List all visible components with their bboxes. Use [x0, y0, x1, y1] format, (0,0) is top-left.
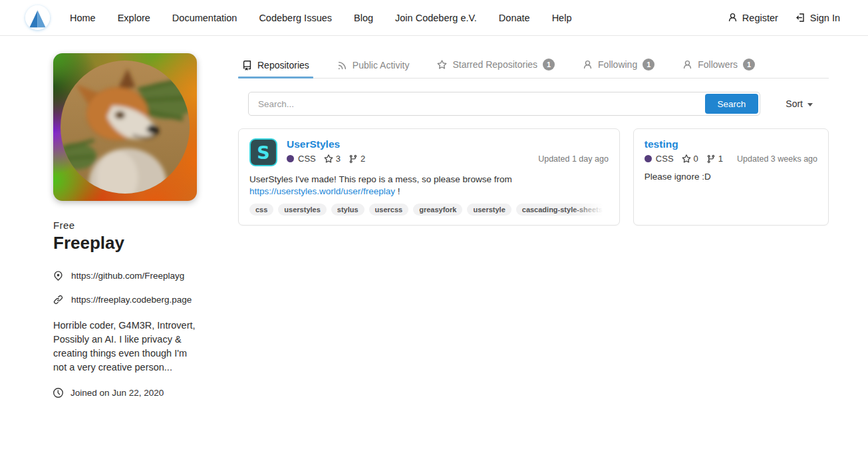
- repo-topics: css userstyles stylus usercss greasyfork…: [249, 204, 609, 216]
- repo-meta: CSS 0 1 Updated 3 weeks ago: [645, 154, 817, 164]
- starred-count-badge: 1: [543, 59, 555, 71]
- repo-meta: CSS 3 2 Updated 1 day ago: [287, 154, 609, 164]
- sign-in-label: Sign In: [810, 13, 840, 23]
- person-icon: [682, 60, 692, 70]
- repo-stars: 0: [694, 154, 698, 164]
- repo-card-testing: testing CSS 0 1 Updated 3 weeks ago Plea…: [633, 128, 829, 226]
- repo-card-userstyles: S UserStyles CSS 3 2 Updated 1 day ago: [238, 128, 620, 226]
- repo-link-testing[interactable]: testing: [645, 138, 678, 150]
- topic-tag[interactable]: userstyle: [467, 204, 511, 216]
- fork-icon: [706, 154, 716, 164]
- repo-description-text: UserStyles I've made! This repo is a mes…: [249, 174, 512, 184]
- rss-icon: [337, 61, 347, 71]
- repo-forks: 2: [361, 154, 365, 164]
- tab-followers-label: Followers: [698, 59, 738, 70]
- topic-tag[interactable]: usercss: [369, 204, 409, 216]
- register-label: Register: [742, 13, 778, 23]
- person-icon: [728, 13, 738, 23]
- fork-icon: [349, 154, 358, 164]
- profile-location-text: https://github.com/Freeplayg: [71, 271, 184, 281]
- repo-updated: Updated 1 day ago: [538, 154, 609, 164]
- topic-tag[interactable]: greasyfork: [413, 204, 462, 216]
- repo-language: CSS: [656, 154, 674, 164]
- sort-label: Sort: [786, 98, 803, 109]
- profile-display-name: Free: [53, 220, 198, 231]
- nav-help[interactable]: Help: [552, 13, 572, 23]
- repo-forks: 1: [718, 154, 723, 164]
- repo-description-link[interactable]: https://userstyles.world/user/freeplay: [249, 186, 395, 196]
- profile-joined: Joined on Jun 22, 2020: [53, 388, 198, 398]
- tab-repositories-label: Repositories: [257, 60, 309, 71]
- nav-explore[interactable]: Explore: [118, 13, 150, 23]
- followers-count-badge: 1: [743, 59, 755, 71]
- codeberg-logo-icon[interactable]: [25, 5, 50, 30]
- sign-in-link[interactable]: Sign In: [796, 13, 840, 23]
- profile-sidebar: Free Freeplay https://github.com/Freepla…: [53, 53, 198, 398]
- tab-following[interactable]: Following 1: [579, 53, 658, 78]
- repo-link-userstyles[interactable]: UserStyles: [287, 138, 340, 150]
- tab-starred-label: Starred Repositories: [452, 59, 537, 70]
- joined-text: Joined on Jun 22, 2020: [71, 388, 164, 398]
- location-icon: [53, 271, 63, 281]
- repo-description: UserStyles I've made! This repo is a mes…: [249, 174, 609, 198]
- nav-join-codeberg[interactable]: Join Codeberg e.V.: [395, 13, 477, 23]
- sort-dropdown[interactable]: Sort: [786, 98, 813, 109]
- profile-location-link[interactable]: https://github.com/Freeplayg: [53, 271, 198, 281]
- tab-followers[interactable]: Followers 1: [678, 53, 759, 78]
- tab-public-activity-label: Public Activity: [353, 60, 410, 71]
- tab-following-label: Following: [598, 59, 637, 70]
- repo-updated: Updated 3 weeks ago: [737, 154, 817, 164]
- tab-repositories[interactable]: Repositories: [238, 55, 313, 78]
- star-icon: [437, 60, 447, 70]
- following-count-badge: 1: [643, 59, 654, 71]
- search-button[interactable]: Search: [705, 94, 759, 114]
- star-icon: [682, 154, 691, 164]
- language-dot-icon: [287, 155, 294, 162]
- repo-avatar-stylus[interactable]: S: [249, 138, 277, 166]
- nav-home[interactable]: Home: [70, 13, 96, 23]
- nav-documentation[interactable]: Documentation: [172, 13, 237, 23]
- profile-bio: Horrible coder, G4M3R, Introvert, Possib…: [53, 319, 198, 375]
- profile-tabs: Repositories Public Activity Starred Rep…: [238, 53, 829, 78]
- profile-website-link[interactable]: https://freeplay.codeberg.page: [53, 295, 198, 305]
- repo-icon: [242, 61, 252, 71]
- profile-username: Freeplay: [53, 233, 198, 253]
- main-nav: Home Explore Documentation Codeberg Issu…: [70, 13, 571, 23]
- topic-tag[interactable]: userstyles: [278, 204, 326, 216]
- repo-stars: 3: [336, 154, 341, 164]
- profile-main: Repositories Public Activity Starred Rep…: [238, 53, 829, 398]
- star-icon: [324, 154, 333, 164]
- repo-language: CSS: [298, 154, 316, 164]
- chevron-down-icon: [807, 103, 813, 106]
- sign-in-icon: [796, 13, 805, 23]
- header-account-area: Register Sign In: [728, 13, 840, 23]
- tab-public-activity[interactable]: Public Activity: [333, 55, 414, 78]
- nav-codeberg-issues[interactable]: Codeberg Issues: [259, 13, 332, 23]
- repository-list: S UserStyles CSS 3 2 Updated 1 day ago: [238, 128, 829, 226]
- top-navbar: Home Explore Documentation Codeberg Issu…: [0, 0, 868, 36]
- nav-blog[interactable]: Blog: [354, 13, 373, 23]
- fox-photo: [61, 61, 190, 194]
- topic-tag[interactable]: stylus: [331, 204, 364, 216]
- search-group: Search: [248, 92, 760, 116]
- repo-description-suffix: !: [395, 186, 400, 196]
- repo-description: Please ignore :D: [645, 171, 817, 183]
- link-icon: [53, 295, 63, 305]
- topic-tag[interactable]: css: [249, 204, 273, 216]
- clock-icon: [53, 388, 63, 398]
- repo-search-row: Search Sort: [248, 92, 829, 116]
- profile-website-text: https://freeplay.codeberg.page: [71, 295, 192, 305]
- nav-donate[interactable]: Donate: [499, 13, 530, 23]
- register-link[interactable]: Register: [728, 13, 778, 23]
- language-dot-icon: [645, 155, 652, 162]
- topic-tag[interactable]: cascading-style-sheets: [516, 204, 609, 216]
- person-icon: [583, 60, 593, 70]
- search-input[interactable]: [250, 94, 705, 114]
- tab-starred-repositories[interactable]: Starred Repositories 1: [433, 53, 559, 78]
- avatar[interactable]: [53, 53, 197, 201]
